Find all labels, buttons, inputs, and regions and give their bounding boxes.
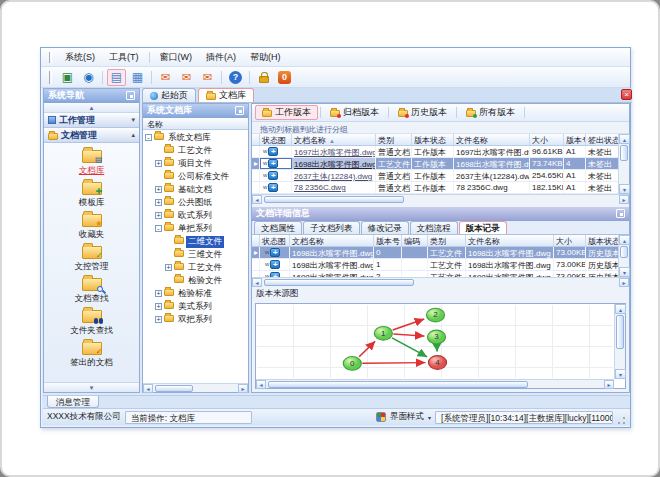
tree-node[interactable]: 三维文件 <box>143 248 248 261</box>
graph-horizontal-scrollbar[interactable]: ◂ ▸ <box>256 379 614 388</box>
help-icon[interactable]: ? <box>226 69 245 86</box>
mail-new-icon[interactable]: ✉ <box>156 69 175 86</box>
document-row[interactable]: 1697出水嘴零件图.dwg 普通文档 工作版本 1697出水嘴零件图.dwg … <box>252 146 620 158</box>
versions-vertical-scrollbar[interactable]: ▴ ▾ <box>618 235 629 277</box>
col-checkout-state[interactable]: 签出状态 <box>586 134 620 145</box>
all-version-button[interactable]: 所有版本 <box>459 105 522 120</box>
ui-style-label[interactable]: 界面样式 <box>390 411 424 423</box>
menu-help[interactable]: 帮助(H) <box>243 49 288 66</box>
col-document-name[interactable]: 文档名称 <box>290 235 374 246</box>
nav-folder-search[interactable]: 文件夹查找 <box>44 307 139 339</box>
document-row[interactable]: 2637主体(12284).dwg 普通文档 工作版本 2637主体(12284… <box>252 170 620 182</box>
document-row[interactable]: ▸ 1698出水嘴零件图.dwg 工艺文件 工作版本 1698出水嘴零件图.dw… <box>252 158 620 170</box>
tree-node[interactable]: + 双把系列 <box>143 313 248 326</box>
scroll-left-icon[interactable]: ◂ <box>252 195 262 204</box>
tree-expand-toggle[interactable]: + <box>155 290 162 297</box>
document-row[interactable]: 78 2356C.dwg 普通文档 工作版本 78 2356C.dwg 182.… <box>252 182 620 194</box>
scroll-down-icon[interactable]: ▾ <box>615 369 626 379</box>
client-monitor-icon[interactable]: ▣ <box>58 69 77 86</box>
resize-grip[interactable] <box>617 416 626 425</box>
ui-style-icon[interactable] <box>376 412 386 422</box>
document-link[interactable]: 2637主体(12284).dwg <box>294 172 372 181</box>
tree-node[interactable]: + 工艺文件 <box>143 261 248 274</box>
menu-window[interactable]: 窗口(W) <box>153 49 200 66</box>
col-version-number[interactable]: 版本号 <box>564 134 586 145</box>
col-state-icon[interactable]: 状态图 <box>260 235 290 246</box>
scroll-left-icon[interactable]: ◂ <box>143 384 153 393</box>
tree-node[interactable]: + 项目文件 <box>143 157 248 170</box>
documents-vertical-scrollbar[interactable]: ▴ ▾ <box>618 134 629 194</box>
group-work-management[interactable]: 工作管理 ▾ <box>44 113 139 128</box>
document-link[interactable]: 1698出水嘴零件图.dwg <box>294 160 376 169</box>
graph-vertical-scrollbar[interactable]: ▴ ▾ <box>614 304 625 379</box>
tree-expand-toggle[interactable]: - <box>145 134 152 141</box>
scroll-left-icon[interactable]: ◂ <box>256 380 266 389</box>
pin-icon[interactable] <box>126 91 135 100</box>
tree-node[interactable]: + 公共图纸 <box>143 196 248 209</box>
toolbar-grip[interactable] <box>49 52 52 63</box>
tree-node[interactable]: 二维文件 <box>143 235 248 248</box>
tree-column-header[interactable]: 名称 <box>143 118 248 130</box>
scroll-down-icon[interactable]: ▾ <box>619 267 630 277</box>
scroll-right-icon[interactable]: ▸ <box>238 384 248 393</box>
col-size[interactable]: 大小 <box>530 134 564 145</box>
col-size[interactable]: 大小 <box>554 235 586 246</box>
nav-document-control[interactable]: ✓ 文控管理 <box>44 243 139 275</box>
col-state-icon[interactable]: 状态图 <box>260 134 292 145</box>
tab-document-properties[interactable]: 文档属性 <box>254 221 302 234</box>
pin-icon[interactable] <box>616 209 625 218</box>
tab-start-page[interactable]: 起始页 <box>142 88 196 102</box>
nav-document-library[interactable]: ▤ 文档库 <box>44 147 139 179</box>
menu-tools[interactable]: 工具(T) <box>102 49 146 66</box>
scroll-up-icon[interactable]: ▴ <box>619 134 630 144</box>
sidebar-overflow-strip[interactable]: ▾ <box>44 382 139 392</box>
tree-expand-toggle[interactable]: + <box>155 160 162 167</box>
nav-document-search[interactable]: 文档查找 <box>44 275 139 307</box>
scrollbar-thumb[interactable] <box>264 279 414 286</box>
menu-system[interactable]: 系统(S) <box>58 49 102 66</box>
tab-document-library[interactable]: 文档库 <box>198 88 254 102</box>
nav-checked-out-docs[interactable]: ✓ 签出的文档 <box>44 339 139 371</box>
scroll-left-icon[interactable]: ◂ <box>252 278 262 287</box>
tab-version-records[interactable]: 版本记录 <box>459 221 507 234</box>
close-tab-icon[interactable]: × <box>621 89 632 100</box>
tree-expand-toggle[interactable]: + <box>155 186 162 193</box>
tree-node[interactable]: + 基础文档 <box>143 183 248 196</box>
col-document-name[interactable]: 文档名称▲ <box>292 134 376 145</box>
chevron-down-icon[interactable]: ▾ <box>428 414 431 421</box>
tree-node[interactable]: 公司标准文件 <box>143 170 248 183</box>
scrollbar-thumb[interactable] <box>268 381 528 388</box>
tree-expand-toggle[interactable]: + <box>155 316 162 323</box>
group-by-drop-zone[interactable]: 拖动列标题到此进行分组 <box>252 122 629 134</box>
version-row[interactable]: ▸ 1698出水嘴零件图.dwg 0 工艺文件 1698出水嘴零件图.dwg 7… <box>252 247 620 259</box>
window-panel-icon[interactable]: ▤ <box>107 69 126 86</box>
power-icon[interactable]: 0 <box>275 69 294 86</box>
pin-icon[interactable] <box>235 106 244 115</box>
col-file-name[interactable]: 文件名称 <box>466 235 554 246</box>
version-row[interactable]: 1698出水嘴零件图.dwg 1 工艺文件 1698出水嘴零件图.dwg 73.… <box>252 259 620 271</box>
tab-subdocument-list[interactable]: 子文档列表 <box>303 221 360 234</box>
scroll-up-icon[interactable]: ▴ <box>615 304 626 314</box>
work-version-button[interactable]: 工作版本 <box>255 105 318 120</box>
documents-horizontal-scrollbar[interactable]: ◂ ▸ <box>252 194 629 203</box>
tree-node[interactable]: 检验文件 <box>143 274 248 287</box>
tree-expand-toggle[interactable]: + <box>165 264 172 271</box>
toolbar-grip[interactable] <box>49 71 52 84</box>
tree-node[interactable]: + 美式系列 <box>143 300 248 313</box>
message-management-tab[interactable]: 消息管理 <box>47 396 99 408</box>
network-globe-icon[interactable]: ◉ <box>79 69 98 86</box>
col-version-state[interactable]: 版本状态 <box>586 235 620 246</box>
tree-node[interactable]: + 检验标准 <box>143 287 248 300</box>
mail-alert-icon[interactable]: ✉ <box>198 69 217 86</box>
menu-plugins[interactable]: 插件(A) <box>199 49 243 66</box>
nav-favorites[interactable]: ★ 收藏夹 <box>44 211 139 243</box>
document-link[interactable]: 78 2356C.dwg <box>294 183 346 192</box>
col-category[interactable]: 类别 <box>376 134 412 145</box>
scroll-down-icon[interactable]: ▾ <box>619 184 630 194</box>
col-version-state[interactable]: 版本状态 <box>412 134 454 145</box>
window-grid-icon[interactable]: ▦ <box>128 69 147 86</box>
versions-horizontal-scrollbar[interactable]: ◂ ▸ <box>252 277 629 286</box>
tree-node[interactable]: + 欧式系列 <box>143 209 248 222</box>
col-version-number[interactable]: 版本号 <box>374 235 402 246</box>
scrollbar-thumb[interactable] <box>616 315 624 349</box>
